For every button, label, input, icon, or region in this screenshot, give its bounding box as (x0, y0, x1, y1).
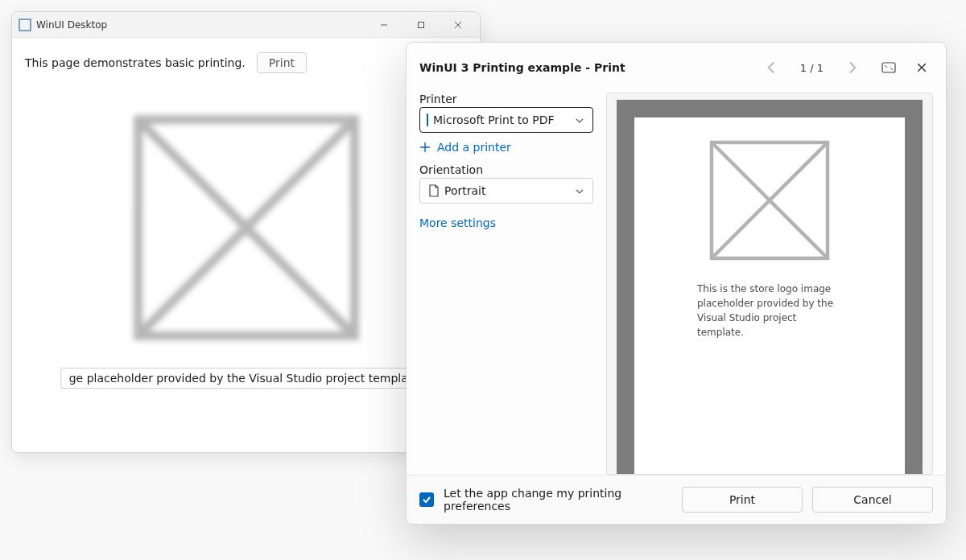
preview-pager: 1 / 1 (765, 61, 896, 74)
add-printer-label: Add a printer (437, 141, 511, 154)
fit-to-page-icon[interactable] (881, 62, 896, 73)
close-button[interactable] (440, 12, 477, 38)
app-titlebar: WinUI Desktop (12, 12, 480, 38)
app-description: This page demonstrates basic printing. (25, 56, 246, 69)
app-title: WinUI Desktop (36, 19, 107, 31)
print-button[interactable]: Print (257, 52, 307, 73)
dialog-print-button[interactable]: Print (682, 487, 803, 513)
maximize-button[interactable] (402, 12, 440, 38)
dialog-cancel-button[interactable]: Cancel (812, 487, 933, 513)
chevron-down-icon (575, 186, 584, 196)
dialog-footer: Let the app change my printing preferenc… (407, 475, 946, 524)
svg-line-8 (885, 65, 887, 68)
app-icon (19, 19, 31, 31)
chevron-down-icon (575, 115, 584, 125)
print-preview: This is the store logo image placeholder… (606, 93, 933, 475)
dialog-title: WinUI 3 Printing example - Print (419, 61, 765, 74)
svg-rect-1 (419, 22, 424, 27)
minimize-button[interactable] (365, 12, 402, 38)
prev-page-button[interactable] (765, 61, 778, 74)
dialog-header: WinUI 3 Printing example - Print 1 / 1 (407, 43, 946, 83)
prefs-checkbox-label: Let the app change my printing preferenc… (444, 487, 672, 513)
plus-icon (419, 142, 431, 153)
print-dialog: WinUI 3 Printing example - Print 1 / 1 P… (406, 42, 947, 525)
placeholder-image (134, 115, 359, 340)
orientation-select[interactable]: Portrait (419, 178, 593, 204)
print-settings-panel: Printer Microsoft Print to PDF Add a pri… (419, 93, 593, 475)
printer-label: Printer (419, 93, 593, 105)
dialog-close-button[interactable] (910, 56, 933, 79)
page-counter: 1 / 1 (800, 62, 824, 74)
page-sheet: This is the store logo image placeholder… (634, 117, 905, 475)
page-frame: This is the store logo image placeholder… (617, 100, 923, 475)
next-page-button[interactable] (846, 61, 859, 74)
prefs-checkbox[interactable] (419, 492, 434, 507)
page-icon (428, 184, 440, 197)
orientation-selected: Portrait (440, 184, 575, 197)
orientation-label: Orientation (419, 163, 593, 176)
printer-selected: Microsoft Print to PDF (428, 113, 575, 126)
app-caption: ge placeholder provided by the Visual St… (60, 368, 432, 389)
printer-select[interactable]: Microsoft Print to PDF (419, 107, 593, 133)
svg-rect-7 (882, 63, 895, 72)
preview-placeholder-image (709, 140, 830, 261)
more-settings-link[interactable]: More settings (419, 216, 593, 229)
preview-caption: This is the store logo image placeholder… (697, 282, 842, 340)
add-printer-link[interactable]: Add a printer (419, 141, 593, 154)
svg-line-9 (890, 68, 893, 70)
